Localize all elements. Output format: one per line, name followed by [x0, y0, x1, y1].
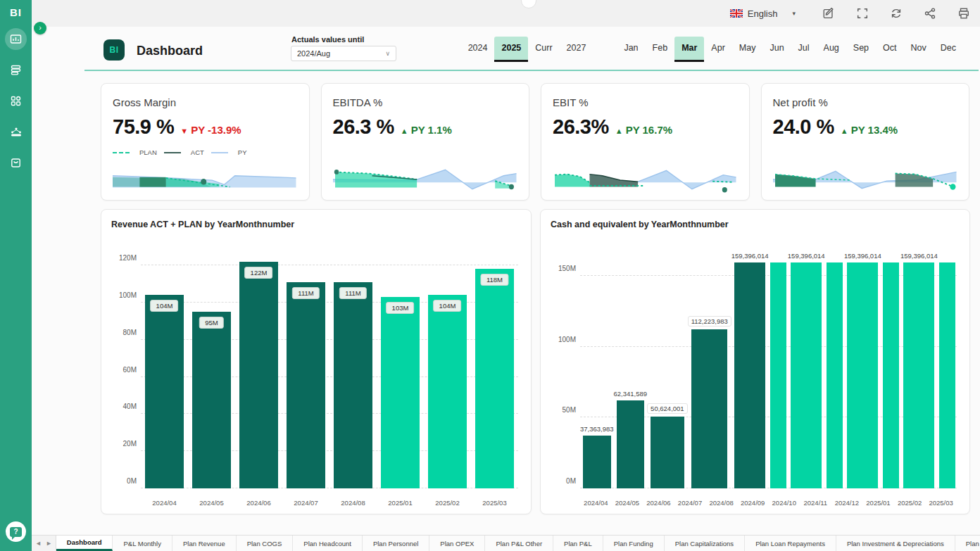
sheet-tab-plan-p-l[interactable]: Plan P&L [553, 536, 603, 551]
bar-plan-2025-01[interactable]: 103M [381, 297, 420, 488]
y-axis-tick: 100M [546, 335, 576, 343]
y-axis-tick: 40M [107, 403, 137, 410]
bars-container: 37,363,98362,341,58950,624,001112,223,98… [580, 245, 957, 488]
bar-plan-2025-03[interactable] [939, 262, 955, 488]
month-option-jan[interactable]: Jan [617, 37, 645, 62]
sheet-tab-p-l-monthly[interactable]: P&L Monthly [113, 536, 172, 551]
arrow-up-icon: ▲ [841, 127, 848, 135]
bar-plan-2025-01[interactable] [883, 262, 899, 488]
actuals-until-select[interactable]: 2024/Aug ∨ [291, 46, 396, 61]
bar-data-label: 103M [387, 302, 415, 314]
month-option-sep[interactable]: Sep [846, 37, 876, 62]
month-option-oct[interactable]: Oct [876, 37, 903, 62]
bar-slot: 118M [471, 245, 518, 488]
x-axis-tick: 2024/07 [282, 499, 329, 507]
print-icon[interactable] [957, 7, 970, 20]
month-option-jul[interactable]: Jul [791, 37, 817, 62]
sheet-tab-plan-investment-depreciations[interactable]: Plan Investment & Depreciations [836, 536, 955, 551]
sidebar-item-store[interactable] [5, 152, 27, 174]
bar-act-2024-06[interactable] [651, 417, 684, 488]
bar-act-2024-05[interactable]: 95M [192, 312, 232, 488]
edit-icon[interactable] [822, 7, 835, 20]
bar-slot [769, 245, 788, 488]
sheet-tab-plan-p-l-other[interactable]: Plan P&L Other [485, 536, 553, 551]
month-option-aug[interactable]: Aug [817, 37, 846, 62]
bar-plan-2024-09[interactable] [770, 262, 786, 488]
period-filters: 20242025Curr2027 JanFebMarAprMayJunJulAu… [461, 37, 963, 62]
share-icon[interactable] [924, 7, 936, 20]
sheet-tab-dashboard[interactable]: Dashboard [56, 536, 113, 551]
sidebar-item-apps[interactable] [5, 90, 27, 112]
sheet-tab-plan-loan-repayments[interactable]: Plan Loan Repayments [745, 536, 836, 551]
sheet-tab-plan-personnel[interactable]: Plan Personnel [363, 536, 429, 551]
year-filter: 20242025Curr2027 [461, 37, 593, 62]
year-option-curr[interactable]: Curr [528, 37, 559, 62]
month-option-may[interactable]: May [732, 37, 763, 62]
kpi-card-gross-margin: Gross Margin75.9 %▼PY -13.9%PLANACTPY [101, 83, 310, 201]
bar-slot [825, 245, 844, 488]
sheet-tab-plan-opex[interactable]: Plan OPEX [429, 536, 485, 551]
bar-slot: 62,341,589 [614, 245, 648, 488]
bar-act-2024-04[interactable] [583, 436, 610, 488]
refresh-icon[interactable] [890, 7, 903, 20]
bag-icon [10, 157, 22, 169]
bar-act-2024-07[interactable]: 111M [287, 282, 326, 488]
bar-act-2024-08[interactable] [734, 262, 765, 488]
fullscreen-icon[interactable] [856, 7, 869, 20]
app-logo: BI [0, 0, 32, 18]
chart-plot: 0M20M40M60M80M100M120M104M95M122M111M111… [141, 245, 518, 488]
month-option-dec[interactable]: Dec [934, 37, 963, 62]
help-chat-button[interactable]: ? [6, 521, 26, 542]
bar-data-label: 95M [199, 317, 223, 329]
month-option-nov[interactable]: Nov [904, 37, 934, 62]
y-axis-tick: 50M [546, 406, 576, 414]
topbar-actions [822, 7, 970, 20]
panel-expand-button[interactable]: › [34, 22, 46, 34]
month-option-feb[interactable]: Feb [646, 37, 675, 62]
bar-slot: 159,396,014 [788, 245, 825, 488]
legend-label: PLAN [139, 148, 157, 156]
x-axis-tick: 2024/09 [737, 499, 769, 507]
sidebar-item-dashboards[interactable] [5, 28, 27, 50]
bar-act-2024-05[interactable] [617, 400, 644, 488]
year-option-2025[interactable]: 2025 [494, 37, 528, 62]
bar-data-label: 159,396,014 [900, 252, 938, 260]
bar-data-label: 118M [481, 274, 508, 286]
bar-plan-2025-03[interactable]: 118M [475, 269, 515, 488]
bar-plan-2024-12[interactable] [847, 262, 878, 488]
sidebar-item-organization[interactable] [5, 121, 27, 143]
month-option-mar[interactable]: Mar [674, 37, 704, 62]
x-axis-tick: 2024/07 [674, 499, 706, 507]
header-divider [84, 70, 979, 71]
sheet-tab-plan-receivables[interactable]: Plan Receivables [955, 536, 980, 551]
bar-plan-2024-10[interactable] [791, 262, 822, 488]
month-option-jun[interactable]: Jun [762, 37, 791, 62]
tab-scroll-left-icon[interactable]: ◄ [35, 540, 42, 547]
bar-slot: 111M [329, 245, 377, 488]
language-label: English [748, 8, 778, 19]
bar-act-2024-06[interactable]: 122M [239, 262, 279, 488]
year-option-2027[interactable]: 2027 [560, 37, 593, 62]
sheet-tab-plan-revenue[interactable]: Plan Revenue [172, 536, 237, 551]
bar-plan-2025-02[interactable] [903, 262, 934, 488]
layers-icon [10, 64, 22, 76]
bar-act-2024-04[interactable]: 104M [145, 295, 184, 488]
bar-data-label: 37,363,983 [580, 425, 614, 433]
sheet-tab-plan-capitalizations[interactable]: Plan Capitalizations [665, 536, 745, 551]
year-option-2024[interactable]: 2024 [461, 37, 495, 62]
bar-act-2024-08[interactable]: 111M [334, 282, 373, 488]
sheet-tab-plan-headcount[interactable]: Plan Headcount [293, 536, 363, 551]
bar-plan-2025-02[interactable]: 104M [428, 295, 467, 488]
sheet-tab-plan-funding[interactable]: Plan Funding [603, 536, 665, 551]
bar-slot [938, 245, 957, 488]
sheet-tab-plan-cogs[interactable]: Plan COGS [237, 536, 294, 551]
legend-swatch-py [211, 152, 228, 153]
bar-slot: 111M [282, 245, 329, 488]
bar-plan-2024-11[interactable] [827, 262, 843, 488]
language-selector[interactable]: English ▾ [730, 8, 796, 19]
bar-act-2024-07[interactable] [691, 329, 728, 488]
tab-scroll-right-icon[interactable]: ► [46, 540, 52, 547]
sidebar-item-reports[interactable] [5, 59, 27, 81]
kpi-title: EBITDA % [333, 96, 518, 108]
month-option-apr[interactable]: Apr [704, 37, 731, 62]
